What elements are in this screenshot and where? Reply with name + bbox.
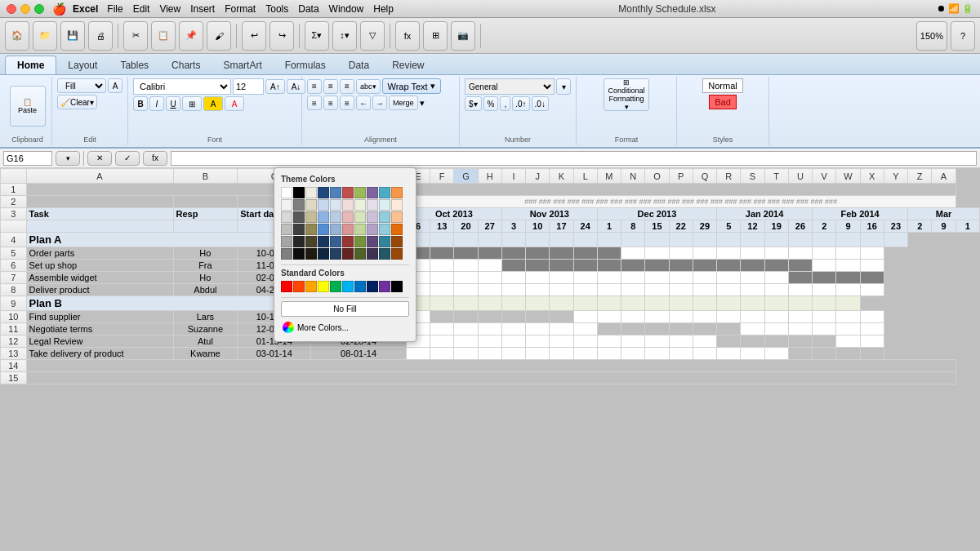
- color-swatch[interactable]: [379, 187, 390, 198]
- color-swatch[interactable]: [281, 224, 292, 235]
- color-swatch[interactable]: [305, 211, 317, 223]
- align-center[interactable]: ≡: [323, 96, 338, 110]
- oct-header[interactable]: Oct 2013: [406, 208, 501, 220]
- feb-header[interactable]: Feb 2014: [813, 208, 908, 220]
- tab-tables[interactable]: Tables: [109, 56, 160, 74]
- col-header-r[interactable]: R: [717, 169, 741, 184]
- underline-button[interactable]: U: [166, 96, 180, 111]
- paste-button[interactable]: 📌: [179, 21, 203, 51]
- merge-btn[interactable]: Merge: [389, 96, 418, 110]
- decimal-increase[interactable]: .0↑: [512, 96, 529, 111]
- color-swatch[interactable]: [342, 187, 354, 198]
- empty-cell[interactable]: [26, 372, 956, 384]
- cell[interactable]: [430, 296, 454, 311]
- resp-cell[interactable]: Fra: [173, 260, 238, 272]
- help-button[interactable]: ?: [951, 21, 975, 51]
- style-bad[interactable]: Bad: [709, 95, 737, 109]
- tab-layout[interactable]: Layout: [56, 56, 109, 74]
- cell[interactable]: [550, 233, 573, 247]
- color-swatch[interactable]: [391, 224, 403, 235]
- task-cell[interactable]: Legal Review: [26, 335, 173, 348]
- col-header-w[interactable]: W: [836, 169, 860, 184]
- tab-review[interactable]: Review: [381, 56, 435, 74]
- color-swatch[interactable]: [293, 187, 305, 198]
- color-swatch[interactable]: [330, 236, 341, 247]
- col-header-b[interactable]: B: [173, 169, 238, 184]
- style-normal[interactable]: Normal: [702, 78, 742, 93]
- cell-b2[interactable]: [173, 196, 238, 208]
- color-swatch[interactable]: [305, 248, 317, 260]
- color-swatch[interactable]: [281, 187, 292, 198]
- function-button[interactable]: fx: [395, 21, 420, 51]
- color-swatch[interactable]: [367, 199, 378, 211]
- plan-a-cell[interactable]: Plan A: [26, 233, 311, 247]
- border-btn[interactable]: ⊞: [182, 96, 202, 111]
- spreadsheet-scroll[interactable]: A B C D E F G H I J K L M N O P Q: [0, 168, 980, 533]
- italic-button[interactable]: I: [149, 96, 164, 111]
- color-swatch[interactable]: [391, 248, 403, 260]
- cell-a2[interactable]: [26, 196, 173, 208]
- maximize-button[interactable]: [34, 4, 44, 14]
- resp-cell[interactable]: Ho: [173, 247, 238, 260]
- insert-function-btn[interactable]: fx: [143, 151, 167, 166]
- menu-data[interactable]: Data: [298, 3, 318, 15]
- color-swatch[interactable]: [379, 236, 390, 247]
- cell[interactable]: [693, 233, 716, 247]
- color-swatch[interactable]: [305, 236, 317, 247]
- cell[interactable]: [454, 233, 478, 247]
- cell-ref-dropdown[interactable]: ▾: [56, 151, 80, 166]
- color-swatch-orange-red[interactable]: [293, 281, 305, 292]
- wrap-text-button[interactable]: Wrap Text ▾: [382, 78, 441, 94]
- indent-increase[interactable]: →: [372, 96, 387, 110]
- redo-button[interactable]: ↪: [270, 21, 294, 51]
- menu-format[interactable]: Format: [225, 3, 256, 15]
- indent-decrease[interactable]: ←: [356, 96, 371, 110]
- cell[interactable]: [478, 296, 501, 311]
- confirm-formula[interactable]: ✓: [115, 151, 140, 166]
- col-header-k[interactable]: K: [550, 169, 573, 184]
- fill-color-btn[interactable]: A: [108, 78, 122, 93]
- cell[interactable]: [669, 233, 693, 247]
- start-cell[interactable]: 03-01-14: [238, 348, 311, 360]
- cell[interactable]: [788, 296, 812, 311]
- font-name-selector[interactable]: Calibri: [133, 78, 231, 95]
- close-button[interactable]: [7, 4, 16, 14]
- conditional-formatting-btn[interactable]: ⊞ Conditional Formatting ▾: [604, 78, 648, 111]
- color-swatch[interactable]: [354, 187, 366, 198]
- cell[interactable]: [860, 233, 884, 247]
- cell[interactable]: [597, 233, 621, 247]
- open-button[interactable]: 📁: [33, 21, 57, 51]
- cell-reference-input[interactable]: [3, 151, 52, 166]
- color-swatch[interactable]: [318, 236, 329, 247]
- col-header-p[interactable]: P: [669, 169, 693, 184]
- cell[interactable]: [813, 233, 836, 247]
- fill-color-btn2[interactable]: A: [203, 96, 223, 111]
- menu-file[interactable]: File: [107, 3, 122, 15]
- task-cell[interactable]: Assemble widget: [26, 272, 173, 284]
- color-swatch[interactable]: [293, 248, 305, 260]
- color-swatch[interactable]: [391, 187, 403, 198]
- cell-resp-header[interactable]: Resp: [173, 208, 238, 220]
- color-swatch[interactable]: [342, 248, 354, 260]
- col-header-h[interactable]: H: [478, 169, 501, 184]
- col-header-i[interactable]: I: [501, 169, 525, 184]
- cell[interactable]: [597, 296, 621, 311]
- traffic-lights[interactable]: [7, 4, 44, 14]
- menu-excel[interactable]: Excel: [73, 3, 98, 15]
- color-swatch[interactable]: [379, 248, 390, 260]
- color-swatch-blue[interactable]: [354, 281, 366, 292]
- paste-button-ribbon[interactable]: 📋 Paste: [10, 86, 46, 127]
- comma-btn[interactable]: ,: [500, 96, 510, 111]
- cell[interactable]: [621, 296, 645, 311]
- tab-smartart[interactable]: SmartArt: [212, 56, 273, 74]
- color-swatch-light-blue[interactable]: [342, 281, 354, 292]
- jan-header[interactable]: Jan 2014: [717, 208, 813, 220]
- cell-task-header[interactable]: Task: [26, 208, 173, 220]
- change-row-rest[interactable]: ### ### ### ### ### ### ### ### ### ### …: [406, 196, 956, 208]
- align-right-top[interactable]: ≡: [340, 79, 354, 94]
- col-header-y[interactable]: Y: [884, 169, 907, 184]
- col-header-n[interactable]: N: [621, 169, 645, 184]
- color-swatch[interactable]: [305, 187, 317, 198]
- color-swatch[interactable]: [391, 236, 403, 247]
- menu-view[interactable]: View: [159, 3, 180, 15]
